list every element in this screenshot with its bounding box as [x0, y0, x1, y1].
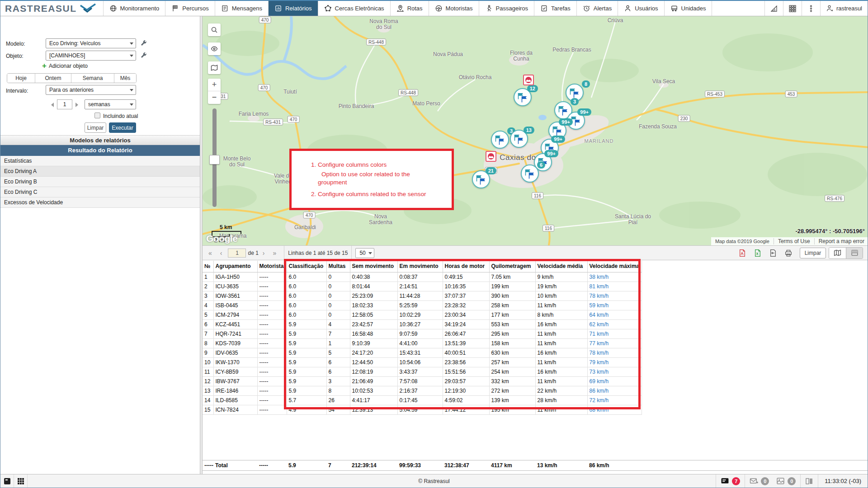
nav-item-mensagens[interactable]: Mensagens	[215, 1, 269, 16]
measure-tool-button[interactable]	[764, 1, 783, 16]
terms-of-use-link[interactable]: Terms of Use	[774, 238, 814, 244]
nav-item-tarefas[interactable]: Tarefas	[534, 1, 577, 16]
table-row[interactable]: 10IKW-1370-----5.9612:44:5010:54:0623:38…	[203, 357, 642, 367]
map-cluster-marker[interactable]: 3	[491, 131, 509, 149]
map-view-toggle[interactable]	[829, 248, 846, 258]
table-cell[interactable]: 81 km/h	[587, 282, 642, 291]
zoom-in-button[interactable]: +	[208, 79, 221, 91]
page-size-select[interactable]: 50	[355, 248, 374, 258]
table-cell[interactable]: 77 km/h	[587, 338, 642, 348]
zoom-slider-thumb[interactable]	[209, 155, 220, 164]
table-cell[interactable]: 38 km/h	[587, 272, 642, 282]
map-cluster-marker[interactable]: 12	[514, 88, 532, 106]
nav-item-relatorios[interactable]: Relatórios	[269, 1, 318, 16]
add-object-link[interactable]: + Adicionar objeto	[42, 63, 88, 69]
grid-layout-button[interactable]	[14, 474, 28, 488]
col-header-horas-de-motor[interactable]: Horas de motor	[443, 261, 489, 272]
nav-item-usuarios[interactable]: Usuários	[618, 1, 664, 16]
interval-count-input[interactable]: 1	[57, 99, 72, 109]
table-cell[interactable]: 68 km/h	[587, 405, 642, 414]
col-header-classificacao[interactable]: Classificação	[287, 261, 326, 272]
table-cell[interactable]: 73 km/h	[587, 367, 642, 376]
messages-indicator[interactable]: 7	[716, 474, 745, 488]
table-row[interactable]: 7HQR-7241-----5.9716:58:489:07:5926:06:4…	[203, 329, 642, 338]
increment-arrow[interactable]	[75, 103, 78, 107]
col-header-numero[interactable]: №	[203, 261, 213, 272]
nav-item-unidades[interactable]: Unidades	[665, 1, 712, 16]
table-row[interactable]: 1IGA-1H50-----6.000:40:380:08:370:49:157…	[203, 272, 642, 282]
report-item-eco-driving-c[interactable]: Eco Driving C	[0, 187, 200, 197]
col-header-quilometragem[interactable]: Quilometragem	[489, 261, 535, 272]
table-row[interactable]: 6KCZ-4451-----5.9423:42:5710:36:2734:19:…	[203, 319, 642, 329]
map-cluster-marker[interactable]: 6	[521, 164, 539, 183]
nav-item-cercas-eletronicas[interactable]: Cercas Eletrônicas	[318, 1, 391, 16]
report-item-estatisticas[interactable]: Estatísticas	[0, 156, 200, 166]
report-templates-header[interactable]: Modelos de relatórios	[0, 135, 200, 145]
last-page-button[interactable]: »	[269, 249, 281, 257]
table-row[interactable]: 8KDS-7039-----5.919:10:394:41:0013:51:39…	[203, 338, 642, 348]
table-row[interactable]: 14ILD-8585-----5.7264:41:170:17:454:59:0…	[203, 395, 642, 405]
interval-select[interactable]: Para os anteriores	[46, 85, 136, 95]
panel-layout-button[interactable]	[800, 474, 818, 488]
table-cell[interactable]: 69 km/h	[587, 376, 642, 386]
map-cluster-marker[interactable]: 13	[510, 130, 528, 148]
user-account[interactable]: rastreasul	[820, 1, 868, 16]
map-layers-button[interactable]	[208, 61, 221, 74]
table-cell[interactable]: 71 km/h	[587, 329, 642, 338]
map-visibility-button[interactable]	[208, 42, 221, 55]
col-header-velocidade-maxima[interactable]: Velocidade máxima	[587, 261, 642, 272]
map-camera-marker[interactable]	[523, 75, 534, 85]
col-header-em-movimento[interactable]: Em movimento	[397, 261, 443, 272]
apps-grid-button[interactable]	[783, 1, 802, 16]
next-page-button[interactable]: ›	[259, 249, 269, 257]
report-map-error-link[interactable]: Report a map error	[814, 238, 868, 244]
kiosk-mode-button[interactable]	[0, 474, 14, 488]
nav-item-motoristas[interactable]: Motoristas	[429, 1, 479, 16]
interval-unit-select[interactable]: semanas	[85, 99, 136, 109]
report-item-excessos-velocidade[interactable]: Excessos de Velocidade	[0, 197, 200, 208]
nav-item-passageiros[interactable]: Passageiros	[479, 1, 535, 16]
object-settings-wrench-icon[interactable]	[140, 52, 147, 59]
table-cell[interactable]: 86 km/h	[587, 386, 642, 395]
prev-page-button[interactable]: ‹	[216, 249, 226, 257]
first-page-button[interactable]: «	[204, 249, 216, 257]
zoom-out-button[interactable]: −	[208, 91, 221, 104]
nav-item-percursos[interactable]: Percursos	[165, 1, 215, 16]
report-item-eco-driving-b[interactable]: Eco Driving B	[0, 177, 200, 187]
zoom-slider[interactable]	[212, 108, 217, 207]
table-row[interactable]: 13IRE-1846-----5.9810:02:532:16:3712:19:…	[203, 386, 642, 395]
export-file-button[interactable]	[765, 248, 781, 258]
table-cell[interactable]: 72 km/h	[587, 395, 642, 405]
map-camera-marker[interactable]	[486, 151, 496, 162]
model-settings-wrench-icon[interactable]	[140, 39, 147, 47]
table-row[interactable]: 3IOW-3561-----6.0025:23:0911:44:2837:07:…	[203, 291, 642, 300]
col-header-motorista[interactable]: Motorista	[257, 261, 287, 272]
export-pdf-button[interactable]: A	[735, 248, 750, 258]
range-mes-button[interactable]: Mês	[114, 74, 136, 83]
table-cell[interactable]: 78 km/h	[587, 348, 642, 357]
clear-form-button[interactable]: Limpar	[85, 122, 106, 133]
nav-item-rotas[interactable]: Rotas	[391, 1, 429, 16]
table-cell[interactable]: 78 km/h	[587, 291, 642, 300]
model-select[interactable]: Eco Driving: Veículos	[46, 38, 136, 48]
col-header-sem-movimento[interactable]: Sem movimento	[350, 261, 397, 272]
table-row[interactable]: 5ICM-2794-----6.0012:58:0510:02:2923:00:…	[203, 310, 642, 319]
table-cell[interactable]: 62 km/h	[587, 319, 642, 329]
range-ontem-button[interactable]: Ontem	[35, 74, 71, 83]
mail-indicator[interactable]: 0 0	[745, 474, 800, 488]
table-cell[interactable]: 64 km/h	[587, 310, 642, 319]
execute-button[interactable]: Executar	[109, 122, 136, 133]
range-hoje-button[interactable]: Hoje	[7, 74, 35, 83]
table-cell[interactable]: 79 km/h	[587, 357, 642, 367]
including-current-checkbox[interactable]	[94, 113, 100, 118]
table-row[interactable]: 12IBW-3767-----5.9321:06:497:57:0829:03:…	[203, 376, 642, 386]
nav-item-alertas[interactable]: Alertas	[577, 1, 618, 16]
report-result-header[interactable]: Resultado do Relatório	[0, 145, 200, 156]
range-semana-button[interactable]: Semana	[71, 74, 114, 83]
table-cell[interactable]: 59 km/h	[587, 300, 642, 310]
map-search-button[interactable]	[208, 23, 221, 36]
col-header-multas[interactable]: Multas	[326, 261, 350, 272]
table-row[interactable]: 15ICN-7824-----4.95412:39:135:04:5917:44…	[203, 405, 642, 414]
map-cluster-marker[interactable]: 21	[472, 170, 490, 188]
export-excel-button[interactable]: x	[750, 248, 765, 258]
